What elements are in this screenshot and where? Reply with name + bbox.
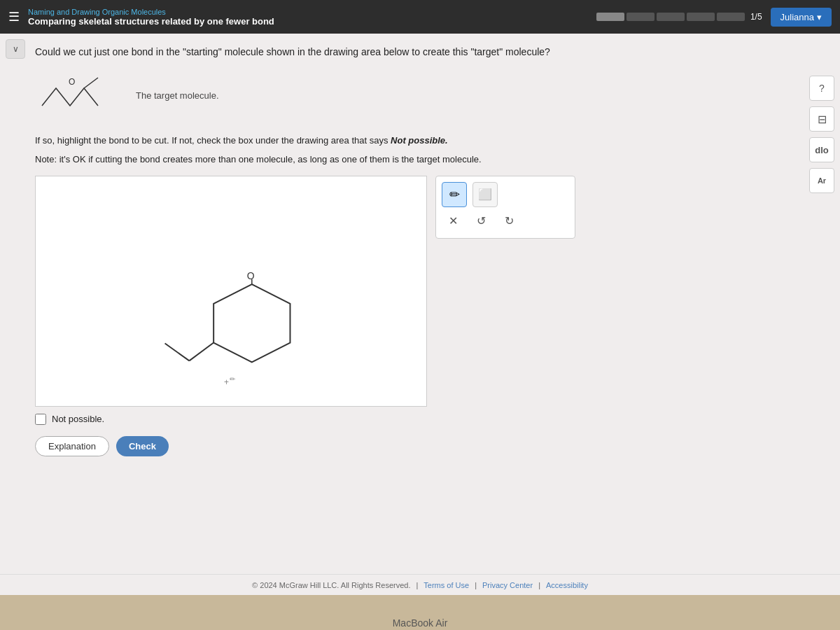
table-button[interactable]: ⊟ [809, 106, 834, 132]
svg-text:O: O [69, 77, 75, 87]
redo-icon: ↻ [505, 214, 514, 227]
macbook-bar: MacBook Air [0, 595, 840, 630]
check-button[interactable]: Check [116, 436, 169, 456]
target-molecule-label: The target molecule. [136, 90, 219, 101]
chart-button[interactable]: dlo [809, 137, 834, 162]
redo-button[interactable]: ↻ [498, 211, 520, 231]
footer: © 2024 McGraw Hill LLC. All Rights Reser… [0, 574, 840, 595]
chart-icon: dlo [815, 145, 829, 155]
bottom-buttons: Explanation Check [35, 436, 826, 456]
ar-button[interactable]: Ar [809, 168, 834, 193]
help-button[interactable]: ? [809, 76, 834, 101]
top-bar: ☰ Naming and Drawing Organic Molecules C… [0, 0, 840, 34]
question-text: Could we cut just one bond in the "start… [35, 45, 826, 59]
molecule-svg: O + ✏ [36, 176, 426, 406]
toolbar-panel: ✏ ⬜ ✕ ↺ ↻ [435, 176, 575, 239]
help-icon: ? [819, 83, 825, 94]
svg-marker-2 [214, 284, 290, 362]
drawing-row: O + ✏ ✏ ⬜ [35, 176, 826, 407]
ar-icon: Ar [818, 176, 826, 185]
delete-button[interactable]: ✕ [442, 211, 464, 231]
not-possible-row: Not possible. [35, 414, 826, 425]
privacy-link[interactable]: Privacy Center [482, 581, 533, 589]
undo-button[interactable]: ↺ [470, 211, 492, 231]
title-area: Naming and Drawing Organic Molecules Com… [28, 8, 588, 27]
toolbar-top-row: ✏ ⬜ [442, 182, 569, 207]
target-molecule-image: O [35, 71, 119, 120]
terms-link[interactable]: Terms of Use [424, 581, 469, 589]
instruction-text-2: Note: it's OK if cutting the bond create… [35, 153, 826, 167]
progress-seg-1 [596, 13, 624, 21]
progress-seg-3 [657, 13, 685, 21]
macbook-label: MacBook Air [393, 617, 448, 629]
svg-text:+: + [224, 377, 229, 387]
erase-tool-button[interactable]: ⬜ [472, 182, 498, 207]
not-possible-checkbox[interactable] [35, 414, 46, 425]
progress-seg-2 [626, 13, 654, 21]
lesson-title: Comparing skeletal structures related by… [28, 16, 588, 27]
progress-bar-container: 1/5 [596, 12, 762, 22]
progress-label: 1/5 [750, 12, 762, 22]
explanation-button[interactable]: Explanation [35, 436, 109, 456]
target-molecule-area: O The target molecule. [35, 71, 826, 120]
svg-line-5 [189, 342, 214, 360]
progress-seg-5 [717, 13, 745, 21]
accessibility-link[interactable]: Accessibility [546, 581, 588, 589]
user-menu-button[interactable]: Julianna ▾ [771, 8, 832, 27]
svg-line-1 [84, 78, 98, 88]
svg-text:O: O [247, 270, 255, 281]
collapse-button[interactable]: ∨ [6, 39, 25, 59]
svg-text:✏: ✏ [230, 375, 236, 383]
progress-seg-4 [687, 13, 715, 21]
content-body: Could we cut just one bond in the "start… [0, 34, 840, 468]
right-icons-panel: ? ⊟ dlo Ar [809, 76, 834, 193]
draw-tool-button[interactable]: ✏ [442, 182, 467, 207]
user-name: Julianna [780, 12, 814, 22]
svg-line-6 [165, 343, 190, 360]
drawing-canvas[interactable]: O + ✏ [35, 176, 427, 407]
main-content: ∨ ? ⊟ dlo Ar Could we cut just one bond … [0, 34, 840, 574]
toolbar-bottom-row: ✕ ↺ ↻ [442, 211, 569, 231]
x-icon: ✕ [449, 214, 458, 227]
undo-icon: ↺ [477, 214, 486, 227]
hamburger-icon[interactable]: ☰ [8, 9, 20, 24]
eraser-icon: ⬜ [478, 188, 492, 201]
progress-bar [596, 13, 745, 21]
instruction-text-1: If so, highlight the bond to be cut. If … [35, 134, 826, 148]
table-icon: ⊟ [818, 113, 827, 126]
pencil-icon: ✏ [449, 187, 460, 202]
copyright-text: © 2024 McGraw Hill LLC. All Rights Reser… [252, 581, 410, 589]
chevron-down-icon: ▾ [817, 12, 822, 22]
course-subtitle: Naming and Drawing Organic Molecules [28, 8, 588, 16]
not-possible-label: Not possible. [52, 414, 104, 424]
